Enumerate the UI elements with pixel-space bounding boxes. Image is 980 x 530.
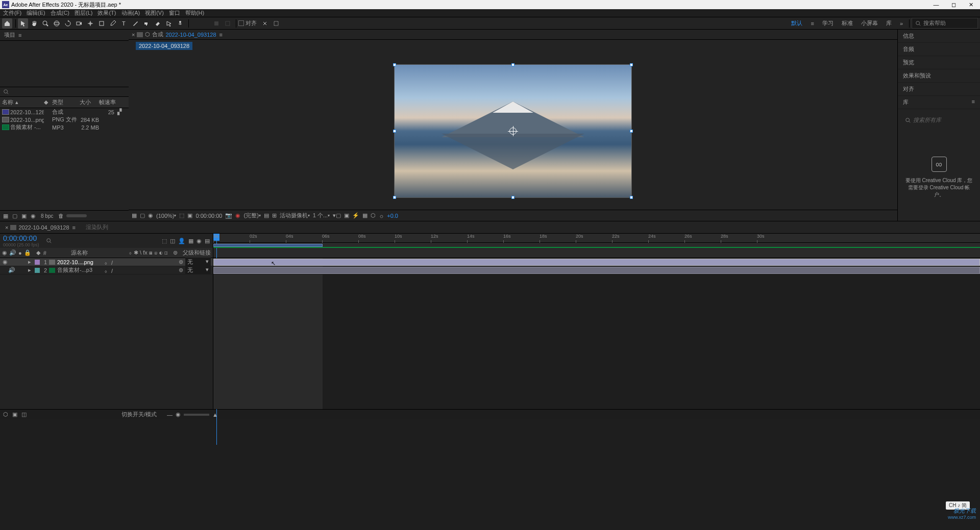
project-tab[interactable]: 项目 ≡ xyxy=(0,30,129,41)
shy-switch[interactable]: ⬨ xyxy=(104,268,109,273)
workspace-learn[interactable]: 学习 xyxy=(818,18,838,28)
quality-switch[interactable]: / xyxy=(111,260,116,265)
quality-icon[interactable]: \ xyxy=(140,249,141,256)
view-options-icon[interactable]: ▾▢ xyxy=(333,212,341,219)
panel-preview[interactable]: 预览 xyxy=(898,56,980,69)
channel-icon[interactable]: ◉ xyxy=(235,212,240,219)
camera-tool-icon[interactable] xyxy=(74,18,84,29)
current-timecode[interactable]: 0:00:00:00 xyxy=(3,234,37,242)
selection-handle[interactable] xyxy=(630,196,633,199)
layer-name[interactable]: 音频素材-...p3 xyxy=(57,266,102,274)
label-column-icon[interactable]: ◆ xyxy=(36,249,40,256)
selection-handle[interactable] xyxy=(630,63,633,66)
menu-window[interactable]: 窗口 xyxy=(169,9,180,17)
fast-preview-icon[interactable]: ⚡ xyxy=(352,212,359,219)
timeline-layer-row[interactable]: 🔊 ▸ 2 音频素材-...p3 ⬨ / ⊚ 无▾ xyxy=(0,266,213,274)
header-size[interactable]: 大小 xyxy=(80,98,99,106)
home-tool-icon[interactable] xyxy=(2,18,12,29)
audio-column-icon[interactable]: 🔊 xyxy=(9,249,16,256)
delete-icon[interactable]: 🗑 xyxy=(57,212,64,219)
menu-help[interactable]: 帮助(H) xyxy=(185,9,204,17)
roi-icon[interactable]: ▣ xyxy=(187,212,192,219)
comp-mini-flowchart-icon[interactable]: ⬚ xyxy=(162,238,167,244)
close-button[interactable]: ✕ xyxy=(967,2,975,8)
mask-mode-icon[interactable] xyxy=(211,18,222,29)
timeline-tracks-area[interactable]: ↖ xyxy=(213,258,980,409)
toggle-switches-icon[interactable]: ⬡ xyxy=(2,411,9,418)
layer-name[interactable]: 2022-10....png xyxy=(57,259,102,265)
zoom-dropdown[interactable]: (100%) xyxy=(156,213,176,219)
selection-handle[interactable] xyxy=(630,130,633,133)
transparency-icon[interactable]: ▢ xyxy=(140,212,145,219)
video-toggle-icon[interactable]: ◉ xyxy=(2,259,8,265)
workspace-standard[interactable]: 标准 xyxy=(838,18,857,28)
panel-info[interactable]: 信息 xyxy=(898,30,980,43)
selection-handle[interactable] xyxy=(393,130,396,133)
draft-3d-icon[interactable]: ◫ xyxy=(170,238,175,244)
quality-switch[interactable]: / xyxy=(111,268,116,273)
parent-dropdown[interactable]: 无▾ xyxy=(185,258,211,266)
pen-tool-icon[interactable] xyxy=(108,18,118,29)
comp-canvas[interactable] xyxy=(394,64,632,198)
menu-view[interactable]: 视图(V) xyxy=(145,9,164,17)
shape-tool-icon[interactable] xyxy=(96,18,107,29)
bpc-button[interactable]: 8 bpc xyxy=(39,213,55,219)
layer-clip[interactable] xyxy=(213,259,980,266)
timeline-track[interactable] xyxy=(213,258,980,266)
breadcrumb-item[interactable]: 2022-10-04_093128 xyxy=(136,42,192,50)
fx-icon[interactable]: fx xyxy=(143,249,148,256)
selection-tool-icon[interactable] xyxy=(18,18,28,29)
close-tab-icon[interactable]: × xyxy=(5,224,8,231)
layer-label-color[interactable] xyxy=(35,268,40,273)
project-item[interactable]: 2022-10...png PNG 文件 284 KB xyxy=(0,116,129,123)
exposure-reset-icon[interactable]: ☼ xyxy=(379,213,384,219)
comp-viewer[interactable] xyxy=(129,52,897,210)
snap-grid-icon[interactable] xyxy=(271,18,281,29)
eraser-tool-icon[interactable] xyxy=(153,18,163,29)
layer-label-color[interactable] xyxy=(35,260,40,265)
mask-mode2-icon[interactable] xyxy=(223,18,233,29)
brush-tool-icon[interactable] xyxy=(130,18,140,29)
new-folder-icon[interactable]: ▢ xyxy=(11,212,18,219)
zoom-to-fit-icon[interactable]: ◉ xyxy=(176,411,181,418)
clone-tool-icon[interactable] xyxy=(141,18,152,29)
timeline-layer-row[interactable]: ◉ ▸ 1 2022-10....png ⬨ / ⊚ 无▾ xyxy=(0,258,213,266)
adjustment-icon[interactable]: ◐ xyxy=(159,249,163,256)
maximize-button[interactable]: ◻ xyxy=(949,2,958,8)
puppet-tool-icon[interactable] xyxy=(175,18,185,29)
text-tool-icon[interactable]: T xyxy=(119,18,129,29)
menu-effect[interactable]: 效果(T) xyxy=(97,9,116,17)
interpret-footage-icon[interactable]: ▦ xyxy=(2,212,9,219)
help-search[interactable]: 搜索帮助 xyxy=(912,18,978,29)
3d-icon[interactable]: ◫ xyxy=(164,249,168,256)
workspace-small[interactable]: 小屏幕 xyxy=(857,18,882,28)
close-tab-icon[interactable]: × xyxy=(132,32,135,38)
lock-column-icon[interactable]: 🔒 xyxy=(24,249,31,256)
selection-handle[interactable] xyxy=(393,63,396,66)
parent-dropdown[interactable]: 无▾ xyxy=(185,266,211,274)
hand-tool-icon[interactable] xyxy=(29,18,39,29)
expand-icon[interactable]: ▸ xyxy=(27,267,33,273)
pixel-aspect-icon[interactable]: ▣ xyxy=(344,212,349,219)
toggle-in-out-icon[interactable]: ◫ xyxy=(20,411,28,418)
minimize-button[interactable]: — xyxy=(932,2,940,8)
motion-blur-icon[interactable]: ◉ xyxy=(197,238,202,244)
frame-blend-icon[interactable]: ▦ xyxy=(188,238,193,244)
library-search[interactable]: 搜索所有库 xyxy=(903,114,975,126)
panel-align[interactable]: 对齐 xyxy=(898,83,980,96)
audio-toggle-icon[interactable]: 🔊 xyxy=(8,267,14,273)
zoom-slider[interactable] xyxy=(184,414,209,416)
panel-audio[interactable]: 音频 xyxy=(898,43,980,56)
layer-clip[interactable] xyxy=(213,267,980,274)
solo-column-icon[interactable]: ● xyxy=(18,250,22,256)
selection-handle[interactable] xyxy=(511,196,514,199)
quality-dropdown[interactable]: (完整) xyxy=(243,212,260,219)
parent-pickwhip-icon[interactable]: ⊚ xyxy=(179,267,183,273)
flowchart-icon[interactable]: ⬡ xyxy=(371,212,376,219)
shy-switch[interactable]: ⬨ xyxy=(104,260,109,265)
workspace-default[interactable]: 默认 xyxy=(787,18,806,28)
menu-file[interactable]: 文件(F) xyxy=(3,9,21,17)
panel-effects[interactable]: 效果和预设 xyxy=(898,69,980,83)
project-search[interactable] xyxy=(0,87,129,97)
workspace-library[interactable]: 库 xyxy=(882,18,896,28)
